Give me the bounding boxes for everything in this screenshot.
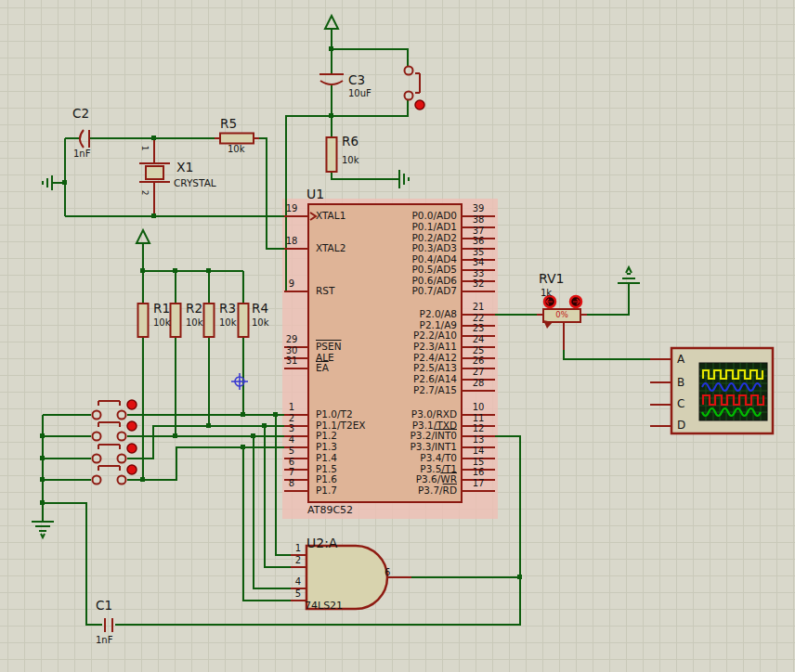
pin-number: 9 [280, 279, 303, 290]
resistor-r1[interactable] [138, 304, 149, 337]
pin-number: 3 [280, 424, 303, 434]
pin-number: 39 [462, 204, 495, 214]
scope-input-pin[interactable] [650, 425, 671, 427]
resistor-value-label: 10k [153, 318, 171, 329]
pin-name: P2.2/A10 [332, 330, 457, 341]
junction-dot [241, 445, 245, 449]
u2-part-label: 74LS21 [305, 601, 343, 612]
junction-dot [329, 46, 333, 51]
junction-dot [206, 268, 211, 273]
resistor-ref-label: R1 [153, 302, 170, 315]
pin-number: 4 [280, 435, 303, 446]
x1-pin-number: 1 [139, 146, 148, 151]
pin-name: P2.0/A8 [332, 309, 457, 319]
button-actuator-icon[interactable] [127, 465, 137, 474]
junction-dot [329, 113, 333, 118]
pin-name: P3.4/T0 [332, 453, 457, 463]
u2-ref-label: U2:A [306, 536, 337, 550]
junction-dot [40, 433, 45, 438]
scope-input-pin[interactable] [650, 381, 671, 383]
pin-number: 19 [280, 204, 303, 214]
pin-name: P3.7/RD [332, 485, 457, 496]
push-button-4[interactable] [93, 465, 137, 485]
u2-pin-number: 5 [286, 589, 301, 600]
chip-pin[interactable] [284, 368, 308, 369]
pin-name: P3.0/RXD [332, 409, 457, 420]
chip-pin[interactable] [462, 490, 495, 492]
chip-pin[interactable] [462, 390, 495, 392]
junction-dot [241, 412, 245, 417]
pin-number: 31 [280, 356, 303, 367]
scope-channel-label: A [677, 354, 684, 366]
pin-number: 11 [462, 414, 495, 424]
junction-dot [173, 268, 177, 273]
junction-dot [40, 477, 45, 482]
push-button-1[interactable] [93, 400, 137, 420]
resistor-r2[interactable] [171, 304, 181, 337]
push-button-2[interactable] [93, 421, 137, 441]
capacitor-c2[interactable] [80, 130, 89, 148]
junction-dot [151, 136, 156, 140]
junction-dot [517, 575, 522, 579]
pin-number: 13 [462, 435, 495, 446]
resistor-ref-label: R4 [252, 302, 268, 315]
junction-dot [273, 412, 278, 417]
vcc-arrow-pullups [137, 230, 150, 243]
pin-number: 12 [462, 424, 495, 434]
chip-pin[interactable] [284, 291, 308, 292]
capacitor-ref-label: C2 [72, 107, 89, 120]
pin-number: 22 [462, 314, 495, 324]
capacitor-value-label: 10uF [348, 89, 371, 99]
pin-number: 36 [462, 237, 495, 247]
capacitor-value-label: 1nF [73, 149, 90, 160]
u2-pin-number: 6 [384, 568, 390, 578]
button-actuator-icon[interactable] [127, 421, 137, 431]
push-button-3[interactable] [93, 444, 137, 463]
scope-input-pin[interactable] [650, 404, 671, 406]
resistor-r6[interactable] [327, 137, 337, 172]
chip-pin[interactable] [462, 291, 495, 292]
scope-channel-label: C [677, 398, 684, 410]
pin-number: 18 [280, 237, 303, 247]
chip-pin[interactable] [284, 215, 308, 217]
u1-part-label: AT89C52 [307, 505, 353, 516]
resistor-r3[interactable] [204, 304, 215, 337]
junction-dot [62, 180, 67, 185]
junction-dot [173, 433, 177, 438]
pin-number: 17 [462, 479, 495, 489]
u1-ref-label: U1 [306, 187, 324, 201]
capacitor-c3[interactable] [319, 74, 344, 84]
button-actuator-icon[interactable] [415, 100, 424, 110]
pin-number: 21 [462, 303, 495, 313]
button-actuator-icon[interactable] [127, 400, 137, 409]
chip-pin[interactable] [284, 248, 308, 250]
capacitor-ref-label: C3 [348, 73, 365, 86]
u2-pin-number: 1 [286, 544, 301, 554]
pin-number: 14 [462, 446, 495, 457]
pot-increment-control[interactable] [570, 296, 581, 307]
u2-pin-number: 2 [286, 556, 301, 566]
rv1-ref-label: RV1 [539, 272, 564, 286]
pin-number: 28 [462, 379, 495, 389]
x1-ref-label: X1 [176, 161, 194, 174]
button-actuator-icon[interactable] [127, 444, 137, 453]
junction-dot [151, 213, 156, 218]
pin-name: P0.0/AD0 [332, 211, 457, 221]
resistor-r4[interactable] [239, 304, 249, 337]
resistor-ref-label: R6 [342, 135, 358, 148]
pin-number: 37 [462, 226, 495, 237]
pin-number: 24 [462, 335, 495, 345]
capacitor-c1[interactable] [105, 618, 112, 632]
resistor-ref-label: R5 [220, 117, 237, 130]
junction-dot [262, 423, 267, 428]
resistor-ref-label: R2 [186, 302, 202, 315]
pin-name: P2.6/A14 [332, 374, 457, 384]
pin-name: EA [316, 363, 329, 373]
oscilloscope[interactable] [671, 348, 773, 433]
resistor-value-label: 10k [252, 318, 269, 329]
pin-name: P0.3/AD3 [332, 243, 457, 253]
chip-pin[interactable] [284, 490, 308, 492]
resistor-r5[interactable] [215, 134, 259, 144]
scope-input-pin[interactable] [650, 358, 671, 360]
pin-number: 30 [280, 346, 303, 356]
